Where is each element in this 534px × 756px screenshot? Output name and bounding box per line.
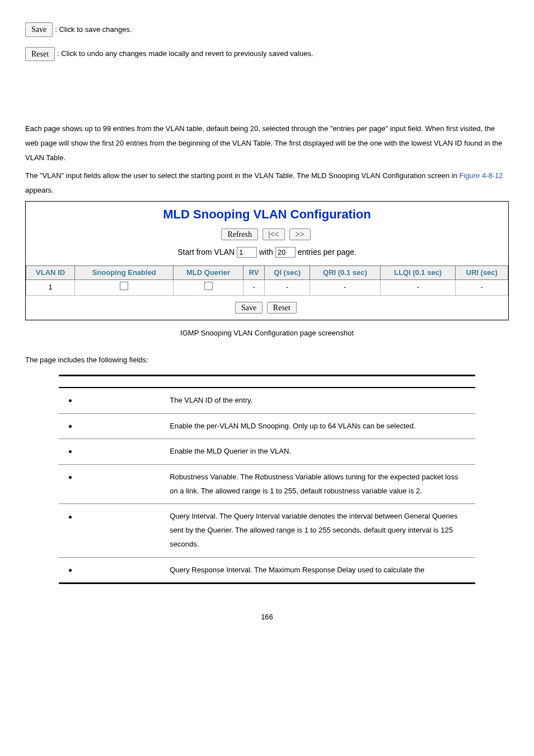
bullet-icon xyxy=(69,399,72,402)
col-snooping: Snooping Enabled xyxy=(75,266,174,280)
fields-header-right xyxy=(163,375,475,388)
field-desc-qri: Query Response Interval. The Maximum Res… xyxy=(163,557,475,584)
save-description-row: Save : Click to save changes. xyxy=(25,22,509,37)
cell-uri: - xyxy=(456,280,508,295)
mld-querier-checkbox[interactable] xyxy=(204,282,213,290)
bullet-icon xyxy=(69,476,72,479)
col-vlanid: VLAN ID xyxy=(26,266,75,280)
fields-header-left xyxy=(59,375,163,388)
field-desc-vlanid: The VLAN ID of the entry. xyxy=(163,388,475,413)
page-number: 166 xyxy=(25,612,509,622)
figure-caption: IGMP Snooping VLAN Configuration page sc… xyxy=(25,328,509,338)
panel-nav-controls: Refresh |<< >> xyxy=(26,229,508,240)
entries-per-page-input[interactable] xyxy=(275,247,296,258)
start-from-label: Start from VLAN xyxy=(177,248,237,256)
cell-qri: - xyxy=(310,280,381,295)
save-desc-text: : Click to save changes. xyxy=(55,25,132,35)
panel-title: MLD Snooping VLAN Configuration xyxy=(26,206,508,223)
reset-desc-text: : Click to undo any changes made locally… xyxy=(57,49,313,59)
prev-button[interactable]: |<< xyxy=(263,228,285,240)
reset-description-row: Reset : Click to undo any changes made l… xyxy=(25,47,509,62)
col-mld-querier: MLD Querier xyxy=(174,266,243,280)
cell-vlanid: 1 xyxy=(26,280,75,295)
field-desc-snooping: Enable the per-VLAN MLD Snooping. Only u… xyxy=(163,413,475,439)
bullet-icon xyxy=(69,569,72,572)
col-llqi: LLQI (0.1 sec) xyxy=(380,266,456,280)
reset-button[interactable]: Reset xyxy=(267,302,297,314)
cell-mld-querier xyxy=(174,280,243,295)
bullet-icon xyxy=(69,516,72,519)
snooping-checkbox[interactable] xyxy=(120,282,128,290)
cell-snooping xyxy=(75,280,174,295)
save-button[interactable]: Save xyxy=(235,302,263,314)
with-label: with xyxy=(259,248,275,256)
col-qi: QI (sec) xyxy=(265,266,310,280)
col-uri: URI (sec) xyxy=(456,266,508,280)
fields-table: The VLAN ID of the entry. Enable the per… xyxy=(59,375,475,585)
cell-llqi: - xyxy=(380,280,456,295)
save-button-image: Save xyxy=(25,22,53,37)
cell-qi: - xyxy=(265,280,310,295)
entries-label: entries per page. xyxy=(298,248,357,256)
field-desc-mld: Enable the MLD Querier in the VLAN. xyxy=(163,439,475,465)
panel-pagination-row: Start from VLAN with entries per page. xyxy=(26,247,508,258)
field-row-qri: Query Response Interval. The Maximum Res… xyxy=(59,557,475,584)
fields-intro: The page includes the following fields: xyxy=(25,355,509,365)
refresh-button[interactable]: Refresh xyxy=(221,228,258,240)
figure-link: Figure 4-8-12 xyxy=(459,171,503,180)
start-vlan-input[interactable] xyxy=(237,247,257,258)
intro-paragraph-1: Each page shows up to 99 entries from th… xyxy=(25,122,509,165)
col-qri: QRI (0.1 sec) xyxy=(310,266,381,280)
field-row-rv: Robustness Variable. The Robustness Vari… xyxy=(59,465,475,504)
next-button[interactable]: >> xyxy=(289,228,311,240)
mld-table: VLAN ID Snooping Enabled MLD Querier RV … xyxy=(26,265,508,295)
col-rv: RV xyxy=(243,266,264,280)
bullet-icon xyxy=(69,450,72,453)
field-row-vlanid: The VLAN ID of the entry. xyxy=(59,388,475,413)
intro-p2-b: appears. xyxy=(25,186,54,194)
reset-button-image: Reset xyxy=(25,47,55,62)
intro-p2-a: The "VLAN" input fields allow the user t… xyxy=(25,171,459,180)
cell-rv: - xyxy=(243,280,264,295)
config-panel: MLD Snooping VLAN Configuration Refresh … xyxy=(25,201,509,320)
field-row-mld: Enable the MLD Querier in the VLAN. xyxy=(59,439,475,465)
intro-paragraph-2: The "VLAN" input fields allow the user t… xyxy=(25,169,509,198)
field-row-qi: Query Interval. The Query Interval varia… xyxy=(59,504,475,557)
field-desc-qi: Query Interval. The Query Interval varia… xyxy=(163,504,475,557)
bullet-icon xyxy=(69,425,72,428)
field-desc-rv: Robustness Variable. The Robustness Vari… xyxy=(163,465,475,504)
table-row: 1 - - - - - xyxy=(26,280,508,295)
panel-footer: Save Reset xyxy=(26,296,508,320)
field-row-snooping: Enable the per-VLAN MLD Snooping. Only u… xyxy=(59,413,475,439)
